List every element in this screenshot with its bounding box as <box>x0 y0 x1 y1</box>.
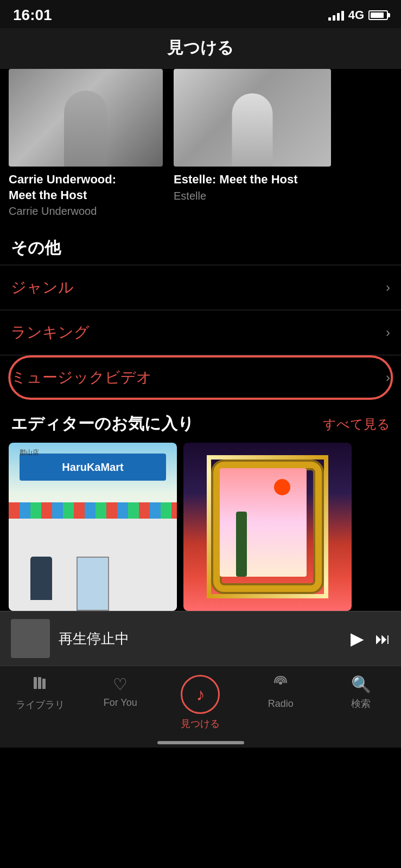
play-button[interactable]: ▶ <box>351 628 364 649</box>
menu-item-ranking[interactable]: ランキング › <box>0 310 401 355</box>
nav-label-foryou: For You <box>104 697 137 709</box>
ornate-frame-icon <box>213 462 322 592</box>
mini-player-status: 再生停止中 <box>59 630 129 647</box>
search-icon: 🔍 <box>351 675 371 694</box>
home-bar <box>157 741 244 744</box>
heart-icon: ♡ <box>113 675 128 694</box>
browse-active-circle: ♪ <box>181 675 220 714</box>
artist-thumb-carrie <box>9 69 163 167</box>
nav-label-browse: 見つける <box>181 717 220 730</box>
nav-item-radio[interactable]: Radio <box>240 675 321 710</box>
svg-rect-2 <box>42 679 46 689</box>
chevron-right-icon: › <box>386 370 390 385</box>
mini-player-controls: ▶ ⏭ <box>351 628 390 649</box>
album-thumb-haruka: HaruKaMart 郡山店 <box>9 443 177 611</box>
status-bar: 16:01 4G <box>0 0 401 28</box>
menu-item-ranking-label: ランキング <box>11 322 90 343</box>
bottom-nav: ライブラリ ♡ For You ♪ 見つける Radio 🔍 検索 <box>0 666 401 736</box>
mini-player-thumb <box>11 619 50 658</box>
album-thumb-frame <box>183 443 352 611</box>
svg-rect-0 <box>34 677 37 689</box>
artist-card-title-carrie: Carrie Underwood:Meet the Host <box>9 172 163 203</box>
chevron-right-icon: › <box>386 280 390 295</box>
menu-item-genre-label: ジャンル <box>11 277 74 298</box>
editor-picks-header: エディターのお気に入り すべて見る <box>0 400 401 443</box>
artist-card-title-estelle: Estelle: Meet the Host <box>174 172 331 188</box>
status-time: 16:01 <box>13 7 52 24</box>
mini-player[interactable]: 再生停止中 ▶ ⏭ <box>0 611 401 666</box>
svg-rect-1 <box>38 677 41 689</box>
library-icon <box>32 675 48 695</box>
menu-item-musicvideo[interactable]: ミュージックビデオ › <box>0 355 401 400</box>
artist-card-carrie[interactable]: Carrie Underwood:Meet the Host Carrie Un… <box>0 69 168 218</box>
artist-thumb-estelle <box>174 69 331 167</box>
status-icons: 4G <box>328 8 388 22</box>
home-indicator <box>0 736 401 748</box>
page-header: 見つける <box>0 28 401 69</box>
menu-item-musicvideo-label: ミュージックビデオ <box>11 367 152 388</box>
nav-item-search[interactable]: 🔍 検索 <box>321 675 401 710</box>
battery-icon <box>368 10 388 20</box>
editor-picks-title: エディターのお気に入り <box>11 413 194 435</box>
page-title: 見つける <box>167 39 234 56</box>
album-card-haruka[interactable]: HaruKaMart 郡山店 <box>9 443 177 611</box>
artist-card-subtitle-estelle: Estelle <box>174 190 331 202</box>
see-all-button[interactable]: すべて見る <box>323 416 390 433</box>
nav-item-library[interactable]: ライブラリ <box>0 675 80 711</box>
svg-point-3 <box>279 681 282 685</box>
nav-label-search: 検索 <box>351 697 371 710</box>
section-other-label: その他 <box>0 226 401 265</box>
network-type: 4G <box>348 8 364 22</box>
nav-label-radio: Radio <box>268 698 294 710</box>
nav-label-library: ライブラリ <box>16 698 65 711</box>
chevron-right-icon: › <box>386 325 390 340</box>
menu-item-genre[interactable]: ジャンル › <box>0 265 401 310</box>
radio-icon <box>272 675 289 695</box>
browse-icon: ♪ <box>196 685 205 705</box>
artist-cards-row: Carrie Underwood:Meet the Host Carrie Un… <box>0 69 401 226</box>
album-card-frame[interactable] <box>183 443 352 611</box>
artist-card-estelle[interactable]: Estelle: Meet the Host Estelle <box>168 69 336 218</box>
nav-item-browse[interactable]: ♪ 見つける <box>161 675 241 730</box>
skip-forward-button[interactable]: ⏭ <box>375 630 390 648</box>
artist-card-subtitle-carrie: Carrie Underwood <box>9 205 163 218</box>
signal-bars-icon <box>328 10 344 21</box>
nav-item-foryou[interactable]: ♡ For You <box>80 675 161 709</box>
mini-player-info: 再生停止中 <box>50 629 351 648</box>
album-cards-row: HaruKaMart 郡山店 <box>0 443 401 611</box>
